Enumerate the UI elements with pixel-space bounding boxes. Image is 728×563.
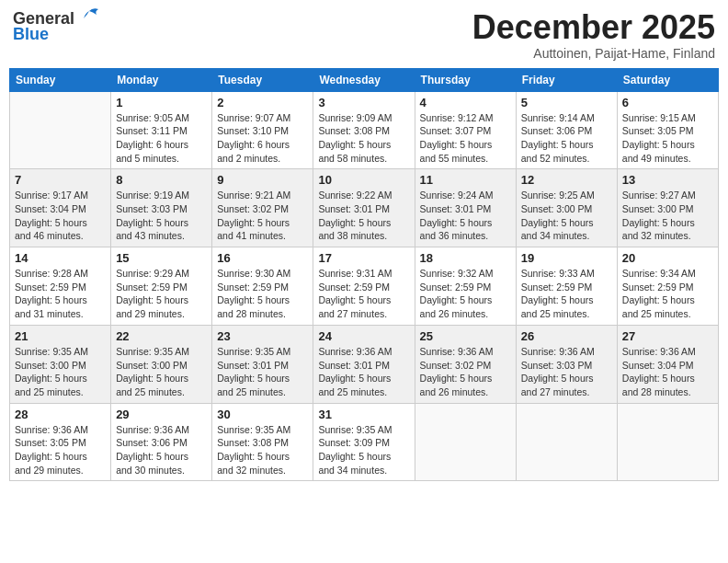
day-number: 26 xyxy=(521,329,612,343)
calendar-week-row: 21Sunrise: 9:35 AM Sunset: 3:00 PM Dayli… xyxy=(10,325,719,403)
calendar-cell: 13Sunrise: 9:27 AM Sunset: 3:00 PM Dayli… xyxy=(617,169,718,247)
day-number: 27 xyxy=(622,329,713,343)
day-info: Sunrise: 9:36 AM Sunset: 3:01 PM Dayligh… xyxy=(318,345,409,399)
day-info: Sunrise: 9:35 AM Sunset: 3:00 PM Dayligh… xyxy=(116,345,207,399)
day-number: 5 xyxy=(521,96,612,109)
calendar-cell: 15Sunrise: 9:29 AM Sunset: 2:59 PM Dayli… xyxy=(111,247,212,326)
weekday-header-wednesday: Wednesday xyxy=(313,68,415,91)
calendar-cell: 22Sunrise: 9:35 AM Sunset: 3:00 PM Dayli… xyxy=(111,325,212,403)
day-number: 25 xyxy=(420,329,511,343)
calendar-cell: 25Sunrise: 9:36 AM Sunset: 3:02 PM Dayli… xyxy=(415,325,516,403)
day-number: 11 xyxy=(420,173,511,187)
day-number: 23 xyxy=(217,329,308,343)
day-info: Sunrise: 9:14 AM Sunset: 3:06 PM Dayligh… xyxy=(521,111,612,166)
calendar-cell: 12Sunrise: 9:25 AM Sunset: 3:00 PM Dayli… xyxy=(516,169,617,247)
logo: General Blue xyxy=(13,9,102,44)
calendar-week-row: 28Sunrise: 9:36 AM Sunset: 3:05 PM Dayli… xyxy=(10,403,719,481)
day-number: 16 xyxy=(217,251,308,265)
day-info: Sunrise: 9:33 AM Sunset: 2:59 PM Dayligh… xyxy=(521,267,612,321)
calendar-cell: 1Sunrise: 9:05 AM Sunset: 3:11 PM Daylig… xyxy=(111,91,212,169)
day-number: 30 xyxy=(217,408,308,421)
day-number: 22 xyxy=(116,329,207,343)
day-info: Sunrise: 9:36 AM Sunset: 3:06 PM Dayligh… xyxy=(116,423,207,477)
day-info: Sunrise: 9:35 AM Sunset: 3:00 PM Dayligh… xyxy=(15,345,106,399)
calendar-cell: 29Sunrise: 9:36 AM Sunset: 3:06 PM Dayli… xyxy=(111,403,212,481)
day-info: Sunrise: 9:21 AM Sunset: 3:02 PM Dayligh… xyxy=(217,189,308,243)
day-number: 7 xyxy=(15,173,106,187)
calendar-cell: 30Sunrise: 9:35 AM Sunset: 3:08 PM Dayli… xyxy=(212,403,313,481)
day-info: Sunrise: 9:36 AM Sunset: 3:03 PM Dayligh… xyxy=(521,345,612,399)
day-number: 10 xyxy=(318,173,409,187)
calendar-cell xyxy=(10,91,111,169)
day-info: Sunrise: 9:36 AM Sunset: 3:02 PM Dayligh… xyxy=(420,345,511,399)
weekday-header-friday: Friday xyxy=(516,68,617,91)
day-info: Sunrise: 9:24 AM Sunset: 3:01 PM Dayligh… xyxy=(420,189,511,243)
calendar-week-row: 7Sunrise: 9:17 AM Sunset: 3:04 PM Daylig… xyxy=(10,169,719,247)
day-info: Sunrise: 9:30 AM Sunset: 2:59 PM Dayligh… xyxy=(217,267,308,321)
calendar-cell: 4Sunrise: 9:12 AM Sunset: 3:07 PM Daylig… xyxy=(415,91,516,169)
day-number: 17 xyxy=(318,251,409,265)
day-info: Sunrise: 9:27 AM Sunset: 3:00 PM Dayligh… xyxy=(622,189,713,243)
calendar-cell xyxy=(617,403,718,481)
day-info: Sunrise: 9:15 AM Sunset: 3:05 PM Dayligh… xyxy=(622,111,713,166)
calendar-table: SundayMondayTuesdayWednesdayThursdayFrid… xyxy=(9,68,719,482)
calendar-cell: 31Sunrise: 9:35 AM Sunset: 3:09 PM Dayli… xyxy=(313,403,415,481)
calendar-cell: 9Sunrise: 9:21 AM Sunset: 3:02 PM Daylig… xyxy=(212,169,313,247)
day-info: Sunrise: 9:22 AM Sunset: 3:01 PM Dayligh… xyxy=(318,189,409,243)
location-subtitle: Auttoinen, Paijat-Hame, Finland xyxy=(472,46,715,61)
day-info: Sunrise: 9:36 AM Sunset: 3:05 PM Dayligh… xyxy=(15,423,106,477)
calendar-cell: 19Sunrise: 9:33 AM Sunset: 2:59 PM Dayli… xyxy=(516,247,617,326)
page-header: General Blue December 2025 Auttoinen, Pa… xyxy=(9,9,719,61)
calendar-week-row: 1Sunrise: 9:05 AM Sunset: 3:11 PM Daylig… xyxy=(10,91,719,169)
calendar-cell: 5Sunrise: 9:14 AM Sunset: 3:06 PM Daylig… xyxy=(516,91,617,169)
day-number: 2 xyxy=(217,96,308,109)
calendar-cell: 6Sunrise: 9:15 AM Sunset: 3:05 PM Daylig… xyxy=(617,91,718,169)
day-number: 29 xyxy=(116,408,207,421)
day-number: 28 xyxy=(15,408,106,421)
day-number: 1 xyxy=(116,96,207,109)
day-info: Sunrise: 9:17 AM Sunset: 3:04 PM Dayligh… xyxy=(15,189,106,243)
day-info: Sunrise: 9:35 AM Sunset: 3:09 PM Dayligh… xyxy=(318,423,409,477)
day-number: 18 xyxy=(420,251,511,265)
calendar-cell xyxy=(516,403,617,481)
weekday-header-monday: Monday xyxy=(111,68,212,91)
month-title: December 2025 xyxy=(472,9,715,46)
calendar-cell: 28Sunrise: 9:36 AM Sunset: 3:05 PM Dayli… xyxy=(10,403,111,481)
day-info: Sunrise: 9:07 AM Sunset: 3:10 PM Dayligh… xyxy=(217,111,308,166)
weekday-header-saturday: Saturday xyxy=(617,68,718,91)
weekday-header-sunday: Sunday xyxy=(10,68,111,91)
day-info: Sunrise: 9:09 AM Sunset: 3:08 PM Dayligh… xyxy=(318,111,409,166)
calendar-cell: 23Sunrise: 9:35 AM Sunset: 3:01 PM Dayli… xyxy=(212,325,313,403)
day-number: 19 xyxy=(521,251,612,265)
calendar-cell: 2Sunrise: 9:07 AM Sunset: 3:10 PM Daylig… xyxy=(212,91,313,169)
day-number: 13 xyxy=(622,173,713,187)
calendar-cell: 3Sunrise: 9:09 AM Sunset: 3:08 PM Daylig… xyxy=(313,91,415,169)
calendar-cell: 26Sunrise: 9:36 AM Sunset: 3:03 PM Dayli… xyxy=(516,325,617,403)
weekday-header-thursday: Thursday xyxy=(415,68,516,91)
calendar-week-row: 14Sunrise: 9:28 AM Sunset: 2:59 PM Dayli… xyxy=(10,247,719,326)
day-number: 24 xyxy=(318,329,409,343)
day-number: 14 xyxy=(15,251,106,265)
calendar-cell: 20Sunrise: 9:34 AM Sunset: 2:59 PM Dayli… xyxy=(617,247,718,326)
day-info: Sunrise: 9:19 AM Sunset: 3:03 PM Dayligh… xyxy=(116,189,207,243)
calendar-cell: 7Sunrise: 9:17 AM Sunset: 3:04 PM Daylig… xyxy=(10,169,111,247)
day-info: Sunrise: 9:35 AM Sunset: 3:08 PM Dayligh… xyxy=(217,423,308,477)
day-info: Sunrise: 9:34 AM Sunset: 2:59 PM Dayligh… xyxy=(622,267,713,321)
day-number: 21 xyxy=(15,329,106,343)
day-number: 31 xyxy=(318,408,409,421)
calendar-header-row: SundayMondayTuesdayWednesdayThursdayFrid… xyxy=(10,68,719,91)
calendar-cell: 18Sunrise: 9:32 AM Sunset: 2:59 PM Dayli… xyxy=(415,247,516,326)
calendar-cell: 8Sunrise: 9:19 AM Sunset: 3:03 PM Daylig… xyxy=(111,169,212,247)
day-info: Sunrise: 9:35 AM Sunset: 3:01 PM Dayligh… xyxy=(217,345,308,399)
calendar-cell: 16Sunrise: 9:30 AM Sunset: 2:59 PM Dayli… xyxy=(212,247,313,326)
day-info: Sunrise: 9:25 AM Sunset: 3:00 PM Dayligh… xyxy=(521,189,612,243)
day-info: Sunrise: 9:31 AM Sunset: 2:59 PM Dayligh… xyxy=(318,267,409,321)
day-number: 9 xyxy=(217,173,308,187)
calendar-cell: 10Sunrise: 9:22 AM Sunset: 3:01 PM Dayli… xyxy=(313,169,415,247)
day-number: 15 xyxy=(116,251,207,265)
day-number: 8 xyxy=(116,173,207,187)
calendar-cell xyxy=(415,403,516,481)
day-number: 20 xyxy=(622,251,713,265)
calendar-cell: 24Sunrise: 9:36 AM Sunset: 3:01 PM Dayli… xyxy=(313,325,415,403)
day-info: Sunrise: 9:32 AM Sunset: 2:59 PM Dayligh… xyxy=(420,267,511,321)
